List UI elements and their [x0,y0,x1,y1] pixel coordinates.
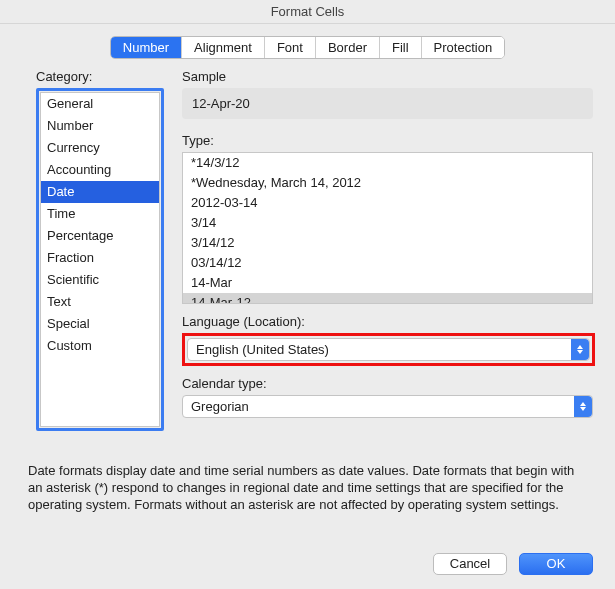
category-item-accounting[interactable]: Accounting [41,159,159,181]
category-label: Category: [36,69,164,84]
calendar-label: Calendar type: [182,376,593,391]
language-label: Language (Location): [182,314,593,329]
tab-fill[interactable]: Fill [380,37,422,58]
type-listbox[interactable]: *14/3/12 *Wednesday, March 14, 2012 2012… [182,152,593,304]
dialog-title: Format Cells [0,0,615,24]
type-item[interactable]: *Wednesday, March 14, 2012 [183,173,592,193]
category-item-special[interactable]: Special [41,313,159,335]
tab-number[interactable]: Number [111,37,182,58]
cancel-button[interactable]: Cancel [433,553,507,575]
language-highlight: English (United States) [182,333,595,366]
type-item[interactable]: 14-Mar [183,273,592,293]
category-item-text[interactable]: Text [41,291,159,313]
category-highlight: General Number Currency Accounting Date … [36,88,164,431]
format-cells-dialog: Format Cells Number Alignment Font Borde… [0,0,615,589]
category-item-currency[interactable]: Currency [41,137,159,159]
language-select[interactable]: English (United States) [187,338,590,361]
calendar-select[interactable]: Gregorian [182,395,593,418]
tab-protection[interactable]: Protection [422,37,505,58]
type-item[interactable]: 3/14 [183,213,592,233]
tab-alignment[interactable]: Alignment [182,37,265,58]
type-item[interactable]: 3/14/12 [183,233,592,253]
category-item-percentage[interactable]: Percentage [41,225,159,247]
calendar-value: Gregorian [191,399,249,414]
type-item[interactable]: 2012-03-14 [183,193,592,213]
category-item-time[interactable]: Time [41,203,159,225]
tab-border[interactable]: Border [316,37,380,58]
type-label: Type: [182,133,593,148]
sample-label: Sample [182,69,593,84]
category-item-fraction[interactable]: Fraction [41,247,159,269]
ok-button[interactable]: OK [519,553,593,575]
chevron-updown-icon [571,339,589,360]
category-item-custom[interactable]: Custom [41,335,159,357]
chevron-updown-icon [574,396,592,417]
category-item-general[interactable]: General [41,93,159,115]
category-listbox[interactable]: General Number Currency Accounting Date … [40,92,160,427]
type-item[interactable]: 14-Mar-12 [183,293,592,304]
category-item-number[interactable]: Number [41,115,159,137]
category-item-scientific[interactable]: Scientific [41,269,159,291]
language-value: English (United States) [196,342,329,357]
tab-font[interactable]: Font [265,37,316,58]
footnote-text: Date formats display date and time seria… [28,463,591,514]
category-item-date[interactable]: Date [41,181,159,203]
type-item[interactable]: 03/14/12 [183,253,592,273]
tab-bar: Number Alignment Font Border Fill Protec… [0,36,615,59]
type-item[interactable]: *14/3/12 [183,153,592,173]
sample-value: 12-Apr-20 [182,88,593,119]
